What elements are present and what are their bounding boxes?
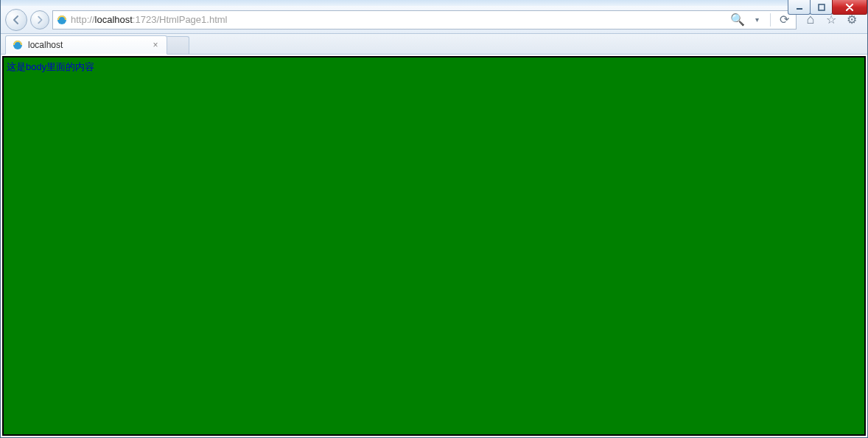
tab-close-icon[interactable]: × <box>150 40 161 50</box>
address-bar[interactable]: http://localhost:1723/HtmlPage1.html 🔍 ▾… <box>52 10 797 29</box>
browser-window: http://localhost:1723/HtmlPage1.html 🔍 ▾… <box>0 0 868 438</box>
new-tab-button[interactable] <box>167 36 189 54</box>
favorites-icon[interactable]: ☆ <box>825 13 838 27</box>
forward-button[interactable] <box>30 10 49 29</box>
home-icon[interactable]: ⌂ <box>804 13 817 27</box>
url-text: http://localhost:1723/HtmlPage1.html <box>71 14 724 25</box>
left-edge-hint <box>4 114 7 217</box>
refresh-icon[interactable]: ⟳ <box>778 14 790 26</box>
tab-title: localhost <box>28 40 63 50</box>
browser-right-tools: ⌂ ☆ ⚙ <box>799 13 863 27</box>
maximize-button[interactable] <box>810 0 833 15</box>
close-button[interactable] <box>832 0 867 15</box>
window-controls <box>788 0 867 15</box>
tools-gear-icon[interactable]: ⚙ <box>845 13 858 27</box>
tab-localhost[interactable]: localhost × <box>5 35 167 55</box>
url-prefix: http:// <box>71 14 95 25</box>
svg-rect-1 <box>819 4 825 10</box>
svg-rect-0 <box>797 8 802 10</box>
search-icon[interactable]: 🔍 <box>732 14 743 26</box>
url-port-path: :1723/HtmlPage1.html <box>133 14 228 25</box>
page-viewport: 这是body里面的内容 <box>2 56 866 436</box>
search-dropdown-icon[interactable]: ▾ <box>751 14 763 26</box>
window-titlebar-strip <box>1 0 867 6</box>
page-body-text: 这是body里面的内容 <box>7 60 94 74</box>
tab-strip: localhost × <box>1 34 867 55</box>
navigation-toolbar: http://localhost:1723/HtmlPage1.html 🔍 ▾… <box>1 6 867 34</box>
address-separator <box>770 13 771 27</box>
url-host: localhost <box>95 14 133 25</box>
address-bar-icons: 🔍 ▾ ⟳ <box>727 13 793 27</box>
back-button[interactable] <box>5 9 27 31</box>
minimize-button[interactable] <box>788 0 811 15</box>
ie-favicon-icon <box>56 14 68 26</box>
ie-favicon-icon <box>12 39 24 51</box>
